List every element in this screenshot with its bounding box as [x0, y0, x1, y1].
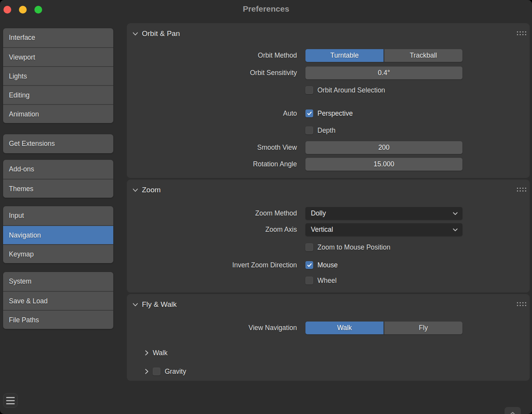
- zoom-method-label: Zoom Method: [127, 209, 297, 217]
- zoom-axis-dropdown[interactable]: Vertical: [305, 223, 462, 236]
- chevron-down-icon: [133, 188, 138, 192]
- panel-title: Fly & Walk: [142, 300, 177, 309]
- invert-zoom-wheel-checkbox[interactable]: [305, 277, 313, 284]
- invert-zoom-mouse-label: Mouse: [317, 261, 338, 269]
- zoom-axis-label: Zoom Axis: [127, 226, 297, 234]
- preferences-menu-button[interactable]: [3, 393, 18, 408]
- sidebar-item-input[interactable]: Input: [3, 206, 113, 225]
- checkmark-icon: [307, 111, 312, 116]
- sidebar-item-editing[interactable]: Editing: [3, 85, 113, 104]
- smooth-view-label: Smooth View: [127, 144, 297, 152]
- orbit-around-selection-checkbox[interactable]: [305, 86, 313, 94]
- gravity-subpanel-header[interactable]: Gravity: [127, 367, 530, 376]
- sidebar-item-interface[interactable]: Interface: [3, 28, 113, 47]
- gravity-checkbox[interactable]: [153, 368, 160, 375]
- chevron-up-icon: [509, 412, 516, 414]
- view-navigation-segmented: Walk Fly: [305, 322, 462, 334]
- sidebar-group-system: System Save & Load File Paths: [3, 272, 113, 329]
- invert-zoom-direction-label: Invert Zoom Direction: [127, 261, 297, 269]
- preferences-window: Preferences Interface Viewport Lights Ed…: [0, 0, 532, 414]
- orbit-method-turntable-button[interactable]: Turntable: [305, 49, 384, 62]
- panel-header-zoom[interactable]: Zoom: [133, 185, 530, 195]
- sidebar-group-general: Interface Viewport Lights Editing Animat…: [3, 28, 113, 123]
- view-navigation-walk-button[interactable]: Walk: [305, 322, 384, 334]
- panel-title: Orbit & Pan: [142, 29, 180, 38]
- invert-zoom-wheel-label: Wheel: [317, 277, 337, 285]
- chevron-right-icon: [145, 369, 148, 374]
- panel-header-orbit-and-pan[interactable]: Orbit & Pan: [133, 29, 530, 39]
- zoom-axis-value: Vertical: [311, 226, 453, 234]
- sidebar-item-addons[interactable]: Add-ons: [3, 160, 113, 179]
- auto-depth-checkbox[interactable]: [305, 127, 313, 134]
- orbit-method-label: Orbit Method: [127, 51, 297, 60]
- view-navigation-fly-button[interactable]: Fly: [384, 322, 462, 334]
- sidebar-item-keymap[interactable]: Keymap: [3, 244, 113, 263]
- chevron-down-icon: [133, 303, 138, 306]
- sidebar-group-extensions: Get Extensions: [3, 134, 113, 153]
- sidebar-item-save-load[interactable]: Save & Load: [3, 291, 113, 310]
- hamburger-menu-icon: [6, 397, 15, 398]
- checkmark-icon: [307, 263, 312, 267]
- invert-zoom-mouse-checkbox[interactable]: [305, 261, 313, 269]
- auto-label: Auto: [127, 109, 297, 118]
- panel-grip-icon[interactable]: [517, 302, 518, 303]
- scroll-up-button[interactable]: [505, 407, 521, 414]
- walk-subpanel-label: Walk: [153, 349, 167, 357]
- sidebar-group-input: Input Navigation Keymap: [3, 206, 113, 263]
- orbit-sensitivity-label: Orbit Sensitivity: [127, 69, 297, 77]
- sidebar-item-system[interactable]: System: [3, 272, 113, 291]
- rotation-angle-label: Rotation Angle: [127, 160, 297, 168]
- chevron-down-icon: [453, 212, 458, 215]
- gravity-subpanel-label: Gravity: [165, 368, 186, 376]
- view-navigation-label: View Navigation: [127, 324, 297, 332]
- zoom-to-mouse-position-checkbox[interactable]: [305, 243, 313, 251]
- sidebar-item-animation[interactable]: Animation: [3, 104, 113, 123]
- panel-orbit-and-pan: Orbit & Pan Orbit Method Turntable Track…: [127, 23, 530, 178]
- auto-perspective-label: Perspective: [317, 109, 353, 118]
- sidebar-item-themes[interactable]: Themes: [3, 179, 113, 198]
- titlebar: Preferences: [0, 0, 532, 20]
- window-title: Preferences: [0, 4, 532, 14]
- panel-grip-icon[interactable]: [517, 31, 518, 33]
- rotation-angle-field[interactable]: 15.000: [305, 158, 462, 171]
- sidebar-item-get-extensions[interactable]: Get Extensions: [3, 134, 113, 153]
- panel-zoom: Zoom Zoom Method Dolly Zoom Axis Vertica…: [127, 180, 530, 293]
- chevron-down-icon: [453, 228, 458, 231]
- auto-depth-label: Depth: [317, 127, 336, 135]
- panel-grip-icon[interactable]: [517, 188, 518, 189]
- orbit-method-trackball-button[interactable]: Trackball: [384, 49, 462, 62]
- auto-perspective-checkbox[interactable]: [305, 109, 313, 117]
- panel-fly-and-walk: Fly & Walk View Navigation Walk Fly Walk…: [127, 294, 530, 381]
- zoom-method-value: Dolly: [311, 209, 453, 217]
- sidebar-item-file-paths[interactable]: File Paths: [3, 310, 113, 329]
- panel-title: Zoom: [142, 186, 161, 194]
- orbit-around-selection-label: Orbit Around Selection: [317, 86, 385, 94]
- smooth-view-field[interactable]: 200: [305, 141, 462, 154]
- orbit-method-segmented: Turntable Trackball: [305, 49, 462, 62]
- sidebar-item-navigation[interactable]: Navigation: [3, 225, 113, 244]
- panel-header-fly-and-walk[interactable]: Fly & Walk: [133, 299, 530, 310]
- sidebar-item-viewport[interactable]: Viewport: [3, 47, 113, 66]
- chevron-right-icon: [145, 350, 148, 356]
- orbit-sensitivity-field[interactable]: 0.4°: [305, 67, 462, 79]
- zoom-to-mouse-position-label: Zoom to Mouse Position: [317, 243, 390, 251]
- zoom-method-dropdown[interactable]: Dolly: [305, 207, 462, 220]
- sidebar-item-lights[interactable]: Lights: [3, 66, 113, 85]
- walk-subpanel-header[interactable]: Walk: [127, 348, 530, 358]
- sidebar-group-addons: Add-ons Themes: [3, 160, 113, 198]
- chevron-down-icon: [133, 32, 138, 36]
